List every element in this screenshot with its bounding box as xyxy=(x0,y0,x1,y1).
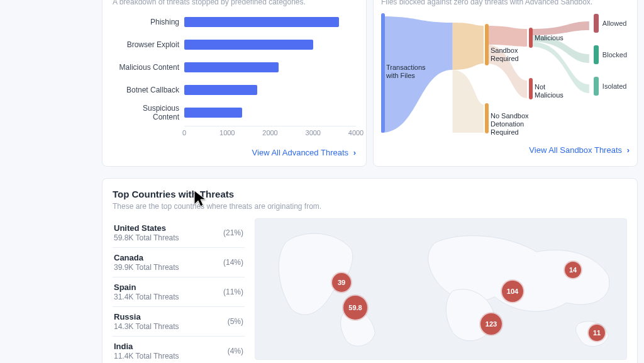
map-bubble[interactable]: 104 xyxy=(502,281,523,302)
top-countries-subtitle: These are the top countries where threat… xyxy=(113,202,627,211)
bar-fill xyxy=(184,85,257,95)
country-name: United States xyxy=(114,223,179,233)
map-bubble[interactable]: 59.8 xyxy=(343,296,367,320)
map-bubble[interactable]: 39 xyxy=(332,273,351,292)
country-list: United States 59.8K Total Threats (21%) … xyxy=(113,218,245,363)
swatch-icon xyxy=(594,77,599,96)
map-bubble[interactable]: 11 xyxy=(589,325,605,341)
outcome-label: Isolated xyxy=(602,82,627,90)
sankey-node xyxy=(529,78,533,99)
x-tick: 0 xyxy=(182,129,186,137)
sankey-diagram: Transactions with Files Sandbox Required… xyxy=(381,10,630,139)
country-total: 31.4K Total Threats xyxy=(114,293,179,301)
x-tick: 1000 xyxy=(219,129,235,137)
swatch-icon xyxy=(594,45,599,64)
outcome-label: Allowed xyxy=(602,20,627,27)
link-label: View All Advanced Threats xyxy=(252,148,348,157)
bar-row: Phishing xyxy=(115,13,356,31)
country-name: India xyxy=(114,342,179,351)
x-tick: 3000 xyxy=(306,129,321,137)
chevron-right-icon: › xyxy=(627,145,630,155)
list-item[interactable]: Russia 14.3K Total Threats (5%) xyxy=(113,307,245,337)
swatch-icon xyxy=(594,14,599,33)
world-map[interactable]: 39 59.8 104 123 14 11 xyxy=(255,218,627,360)
threat-categories-subtitle: A breakdown of threats stopped by predef… xyxy=(113,0,356,6)
outcome-item: Blocked xyxy=(594,45,627,64)
bar-row: Malicious Content xyxy=(115,58,356,77)
bar-fill xyxy=(184,40,313,50)
sankey-label: Sandbox Required xyxy=(491,47,525,63)
bar-fill xyxy=(184,17,339,27)
x-axis: 0 1000 2000 3000 4000 xyxy=(184,126,356,129)
bar-row: Botnet Callback xyxy=(115,81,356,99)
sankey-node xyxy=(381,13,385,133)
view-all-advanced-threats-link[interactable]: View All Advanced Threats › xyxy=(113,148,356,157)
map-bubble[interactable]: 14 xyxy=(565,262,581,278)
country-pct: (14%) xyxy=(223,258,243,267)
country-pct: (4%) xyxy=(228,347,243,355)
list-item[interactable]: Spain 31.4K Total Threats (11%) xyxy=(113,277,245,307)
x-tick: 2000 xyxy=(262,129,277,137)
sankey-node xyxy=(529,28,533,48)
list-item[interactable]: United States 59.8K Total Threats (21%) xyxy=(113,218,245,248)
x-tick: 4000 xyxy=(348,129,364,137)
bar-row: Suspicious Content xyxy=(115,103,356,122)
country-pct: (11%) xyxy=(223,288,243,296)
country-total: 39.9K Total Threats xyxy=(114,263,179,272)
bar-label: Browser Exploit xyxy=(115,40,184,49)
sankey-label: No Sandbox Detonation Required xyxy=(491,112,535,137)
link-label: View All Sandbox Threats xyxy=(529,145,622,155)
bar-row: Browser Exploit xyxy=(115,35,356,54)
country-pct: (21%) xyxy=(223,228,243,237)
outcome-item: Isolated xyxy=(594,77,627,96)
bar-label: Malicious Content xyxy=(115,63,184,72)
country-name: Spain xyxy=(114,282,179,292)
list-item[interactable]: Canada 39.9K Total Threats (14%) xyxy=(113,248,245,277)
country-total: 14.3K Total Threats xyxy=(114,322,179,331)
outcome-item: Allowed xyxy=(594,14,627,33)
country-pct: (5%) xyxy=(228,317,243,326)
top-countries-card: Top Countries with Threats These are the… xyxy=(102,178,638,363)
sankey-node xyxy=(485,103,489,133)
sankey-label: Malicious xyxy=(535,34,569,42)
map-bubble[interactable]: 123 xyxy=(480,313,502,335)
threat-bar-chart: Phishing Browser Exploit Malicious Conte… xyxy=(115,13,356,142)
country-total: 59.8K Total Threats xyxy=(114,233,179,242)
bar-fill xyxy=(184,62,279,72)
top-countries-title: Top Countries with Threats xyxy=(113,189,627,199)
sankey-label: Not Malicious xyxy=(535,83,569,99)
outcome-label: Blocked xyxy=(602,51,627,59)
list-item[interactable]: India 11.4K Total Threats (4%) xyxy=(113,337,245,363)
country-name: Canada xyxy=(114,253,179,262)
bar-fill xyxy=(184,108,242,118)
chevron-right-icon: › xyxy=(353,148,356,157)
sankey-node xyxy=(485,24,489,65)
bar-label: Suspicious Content xyxy=(115,104,184,121)
sandbox-card: Files blocked against zero day threats w… xyxy=(373,0,638,167)
bar-label: Botnet Callback xyxy=(115,86,184,94)
sankey-label: Transactions with Files xyxy=(386,64,430,80)
threat-categories-card: A breakdown of threats stopped by predef… xyxy=(102,0,367,167)
bar-label: Phishing xyxy=(115,18,184,26)
sankey-outcomes: Allowed Blocked Isolated xyxy=(594,14,627,96)
view-all-sandbox-threats-link[interactable]: View All Sandbox Threats › xyxy=(381,145,630,155)
country-total: 11.4K Total Threats xyxy=(114,352,179,360)
country-name: Russia xyxy=(114,312,179,321)
sandbox-subtitle: Files blocked against zero day threats w… xyxy=(381,0,630,6)
